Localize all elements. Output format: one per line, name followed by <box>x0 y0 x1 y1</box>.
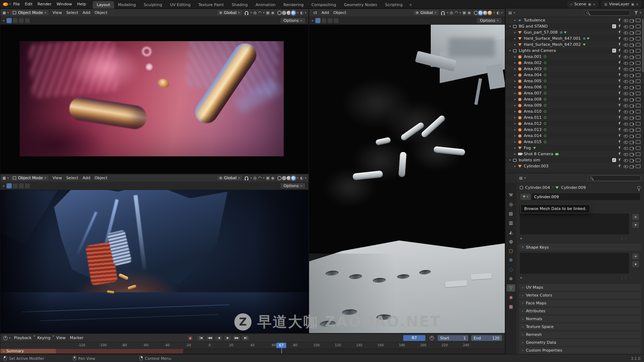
resize-grip[interactable]: ⋮⋮ <box>620 276 628 279</box>
tool-header-arrow-icon[interactable]: ▸ <box>312 19 313 22</box>
menu-object[interactable]: Object <box>92 10 109 16</box>
specials-menu-button[interactable]: ▾ <box>632 261 639 268</box>
disable-render-icon[interactable] <box>629 97 635 102</box>
tool-button[interactable] <box>321 18 327 23</box>
outliner-row[interactable]: ▸Area.001 <box>506 54 644 60</box>
outliner-row[interactable]: ▸Gun_part_57.008⚙ <box>506 29 644 35</box>
disable-viewport-icon[interactable] <box>635 146 641 151</box>
hide-viewport-icon[interactable] <box>623 146 629 151</box>
shading-rendered-icon[interactable] <box>291 11 296 15</box>
outliner-item-label[interactable]: Area.006 <box>524 85 542 89</box>
gizmo-icon[interactable]: ◉ <box>468 10 471 15</box>
outliner-row[interactable]: ▸Area.007 <box>506 90 644 96</box>
disable-viewport-icon[interactable] <box>635 127 641 132</box>
menu-ct[interactable]: ct <box>311 10 319 16</box>
outliner-item-label[interactable]: Area.008 <box>524 97 542 102</box>
outliner-row[interactable]: ▸≈Turbulence <box>506 17 644 23</box>
hide-viewport-icon[interactable] <box>623 97 629 102</box>
orientation-dropdown[interactable]: ⊕Global▾ <box>413 10 439 16</box>
outliner-row[interactable]: ▸Area.013 <box>506 127 644 133</box>
shading-material-icon[interactable] <box>287 11 291 15</box>
disable-viewport-icon[interactable] <box>635 30 641 35</box>
menu-object[interactable]: Object <box>331 10 348 16</box>
proportional-edit-icon[interactable]: ◎ <box>253 10 257 15</box>
viewport-canvas[interactable] <box>0 25 308 173</box>
tool-button[interactable] <box>13 183 18 189</box>
playhead-frame-badge[interactable]: 67 <box>276 343 286 348</box>
transport-play-reverse-button[interactable]: ◀ <box>215 335 223 341</box>
menu-help[interactable]: Help <box>74 1 88 7</box>
outliner-item-label[interactable]: Area.002 <box>524 60 542 65</box>
hide-viewport-icon[interactable] <box>623 79 629 84</box>
outliner-row[interactable]: ▸Fog <box>506 145 644 151</box>
frame-ruler[interactable]: -120-100-80-60-40-2002040608010012014016… <box>0 342 505 349</box>
shading-wireframe-icon[interactable] <box>277 11 282 15</box>
outliner-item-label[interactable]: Area.014 <box>524 133 542 138</box>
disable-viewport-icon[interactable] <box>635 164 641 169</box>
close-icon[interactable]: × <box>593 3 596 6</box>
tab-geometry-nodes[interactable]: Geometry Nodes <box>340 1 381 9</box>
outliner-row[interactable]: ▸Area.012 <box>506 121 644 127</box>
breadcrumb-object[interactable]: Cylinder.004 <box>525 185 550 190</box>
menu-add[interactable]: Add <box>80 10 92 16</box>
select-toggle-icon[interactable] <box>617 85 623 90</box>
menu-marker[interactable]: Marker <box>68 335 86 341</box>
preview-range-clock-icon[interactable] <box>430 336 434 340</box>
selectability-icon[interactable]: ▣ <box>462 10 466 15</box>
menu-add[interactable]: Add <box>80 175 92 181</box>
gizmo-icon[interactable]: ◉ <box>271 10 275 15</box>
select-toggle-icon[interactable] <box>617 97 623 102</box>
collection-checkbox[interactable]: ✓ <box>612 49 616 53</box>
outliner-item-label[interactable]: bullets sim <box>519 158 540 162</box>
disable-render-icon[interactable] <box>629 133 635 138</box>
shading-wireframe-icon[interactable] <box>277 176 282 180</box>
menu-view[interactable]: View <box>50 10 64 16</box>
disable-render-icon[interactable] <box>629 121 635 126</box>
hide-viewport-icon[interactable] <box>623 36 629 41</box>
transport-jump-start-button[interactable]: |◀ <box>197 335 205 341</box>
shading-wireframe-icon[interactable] <box>474 11 478 15</box>
disable-render-icon[interactable] <box>629 18 635 23</box>
frame-end-field[interactable]: End 120 <box>471 335 502 341</box>
select-toggle-icon[interactable] <box>617 164 623 169</box>
disclosure-triangle-icon[interactable]: ▸ <box>513 73 517 77</box>
tab-scripting[interactable]: Scripting <box>381 1 406 9</box>
tab-shading[interactable]: Shading <box>228 1 252 9</box>
disable-render-icon[interactable] <box>629 79 635 84</box>
disable-viewport-icon[interactable] <box>635 121 641 126</box>
editor-type-icon[interactable]: ▤ <box>519 176 522 180</box>
shading-rendered-icon[interactable] <box>291 176 296 180</box>
disable-viewport-icon[interactable] <box>635 42 641 47</box>
tool-button[interactable] <box>25 18 30 23</box>
disable-viewport-icon[interactable] <box>635 48 641 53</box>
disable-viewport-icon[interactable] <box>635 24 641 29</box>
disclosure-triangle-icon[interactable]: ▸ <box>513 98 517 101</box>
hide-viewport-icon[interactable] <box>623 48 629 53</box>
select-toggle-icon[interactable] <box>617 133 623 138</box>
disable-render-icon[interactable] <box>629 146 635 151</box>
disclosure-triangle-icon[interactable]: ▸ <box>513 104 517 107</box>
disclosure-triangle-icon[interactable]: ▸ <box>513 79 517 83</box>
outliner-item-label[interactable]: Area.013 <box>524 127 542 132</box>
menu-object[interactable]: Object <box>92 175 109 181</box>
outliner-item-label[interactable]: Fog <box>524 146 531 150</box>
current-frame-field[interactable]: 67 <box>403 335 425 341</box>
hide-viewport-icon[interactable] <box>623 42 629 47</box>
disclosure-triangle-icon[interactable]: ▸ <box>513 67 517 70</box>
collection-checkbox[interactable]: ✓ <box>612 158 616 162</box>
disclosure-triangle-icon[interactable]: ▸ <box>521 276 522 279</box>
specials-menu-button[interactable]: ▾ <box>632 221 639 228</box>
outliner-item-label[interactable]: Area.011 <box>524 115 542 120</box>
transport-prev-keyframe-button[interactable]: ◀◀ <box>206 335 214 341</box>
outliner-row[interactable]: ▸Area.010 <box>506 108 644 114</box>
disclosure-triangle-icon[interactable]: ▾ <box>508 25 512 28</box>
hide-viewport-icon[interactable] <box>623 115 629 120</box>
tab-animation[interactable]: Animation <box>252 1 279 9</box>
outliner-item-label[interactable]: Area.012 <box>524 121 542 126</box>
select-toggle-icon[interactable] <box>617 24 623 29</box>
disclosure-triangle-icon[interactable]: ▸ <box>513 152 517 156</box>
outliner-row[interactable]: ▸Area.003 <box>506 66 644 72</box>
select-toggle-icon[interactable] <box>617 127 623 132</box>
select-toggle-icon[interactable] <box>617 79 623 84</box>
outliner-row[interactable]: ▸Area.008 <box>506 96 644 102</box>
